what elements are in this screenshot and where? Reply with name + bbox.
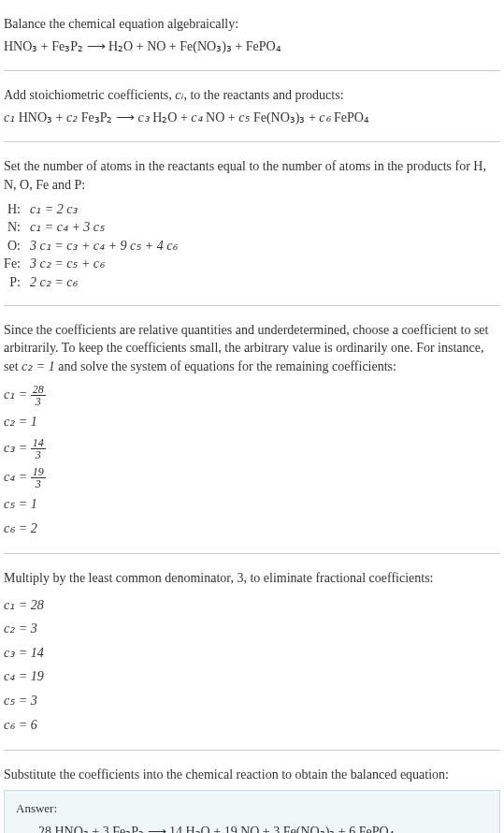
- intro-section: Balance the chemical equation algebraica…: [4, 7, 500, 63]
- divider: [4, 750, 500, 751]
- coef-c1: c₁: [4, 110, 15, 124]
- intro-equation: HNO₃ + Fe₃P₂ ⟶ H₂O + NO + Fe(NO₃)₃ + FeP…: [4, 36, 500, 58]
- coef-item: c₆ = 2: [4, 517, 500, 541]
- atom-row: Fe: 3 c₂ = c₅ + c₆: [4, 255, 178, 273]
- atom-label: N:: [4, 218, 30, 237]
- coef-c5: c₅: [238, 110, 250, 124]
- frac-den: 3: [31, 478, 46, 490]
- eq-part: H₂O +: [150, 110, 192, 124]
- coef-lhs: c₃ =: [4, 441, 31, 455]
- step1-text-b: , to the reactants and products:: [183, 88, 343, 102]
- coef-item: c₄ = 19: [4, 665, 500, 689]
- eq-part: HNO₃ +: [15, 110, 66, 124]
- atom-equation: c₁ = 2 c₃: [30, 200, 178, 219]
- fraction: 193: [31, 466, 46, 490]
- eq-part: FePO₄: [331, 110, 369, 124]
- atom-equation: 3 c₂ = c₅ + c₆: [30, 255, 178, 273]
- coef-lhs: c₁ =: [4, 387, 31, 402]
- atom-equation: c₁ = c₄ + 3 c₅: [30, 218, 178, 237]
- atom-equations-table: H: c₁ = 2 c₃ N: c₁ = c₄ + 3 c₅ O: 3 c₁ =…: [4, 200, 178, 292]
- eq-part: NO +: [203, 110, 239, 124]
- coef-c4: c₄: [191, 110, 202, 124]
- answer-label: Answer:: [16, 800, 488, 817]
- coef-item: c₂ = 1: [4, 410, 500, 434]
- eq-part: Fe₃P₂ ⟶: [78, 110, 137, 124]
- step2-text: Set the number of atoms in the reactants…: [4, 155, 500, 196]
- step1-section: Add stoichiometric coefficients, cᵢ, to …: [4, 79, 500, 134]
- fraction: 143: [31, 437, 46, 460]
- coef-list: c₁ = 28 c₂ = 3 c₃ = 14 c₄ = 19 c₅ = 3 c₆…: [4, 593, 500, 738]
- intro-text: Balance the chemical equation algebraica…: [4, 13, 500, 36]
- atom-equation: 3 c₁ = c₃ + c₄ + 9 c₅ + 4 c₆: [30, 237, 178, 256]
- step4-section: Multiply by the least common denominator…: [4, 562, 500, 742]
- coef-item: c₄ = 193: [4, 463, 500, 492]
- atom-row: N: c₁ = c₄ + 3 c₅: [4, 218, 178, 237]
- divider: [4, 553, 500, 554]
- atom-row: P: 2 c₂ = c₆: [4, 273, 178, 292]
- step3-section: Since the coefficients are relative quan…: [4, 314, 500, 547]
- frac-den: 3: [31, 449, 46, 460]
- fraction: 283: [31, 384, 46, 407]
- step5-text: Substitute the coefficients into the che…: [4, 764, 500, 786]
- answer-box: Answer: 28 HNO₃ + 3 Fe₃P₂ ⟶ 14 H₂O + 19 …: [4, 790, 500, 833]
- coef-item: c₃ = 14: [4, 641, 500, 665]
- frac-num: 14: [31, 437, 46, 449]
- frac-num: 19: [31, 466, 46, 478]
- coef-item: c₅ = 3: [4, 689, 500, 713]
- step3-text: Since the coefficients are relative quan…: [4, 319, 500, 378]
- coef-c2: c₂: [66, 110, 78, 124]
- coef-item: c₂ = 3: [4, 617, 500, 641]
- atom-row: H: c₁ = 2 c₃: [4, 200, 178, 219]
- step1-text-a: Add stoichiometric coefficients,: [4, 88, 175, 102]
- atom-label: Fe:: [4, 255, 30, 273]
- divider: [4, 141, 500, 142]
- atom-row: O: 3 c₁ = c₃ + c₄ + 9 c₅ + 4 c₆: [4, 237, 178, 256]
- eq-part: Fe(NO₃)₃ +: [250, 110, 319, 124]
- divider: [4, 305, 500, 306]
- coef-item: c₁ = 283: [4, 381, 500, 410]
- step3-text-b: and solve the system of equations for th…: [55, 359, 396, 373]
- step5-section: Substitute the coefficients into the che…: [4, 758, 500, 833]
- coef-item: c₃ = 143: [4, 434, 500, 463]
- step4-text: Multiply by the least common denominator…: [4, 567, 500, 590]
- coef-item: c₅ = 1: [4, 492, 500, 517]
- step1-equation: c₁ HNO₃ + c₂ Fe₃P₂ ⟶ c₃ H₂O + c₄ NO + c₅…: [4, 107, 500, 129]
- coef-item: c₆ = 6: [4, 713, 500, 738]
- step2-section: Set the number of atoms in the reactants…: [4, 150, 500, 297]
- atom-label: P:: [4, 273, 30, 292]
- step1-text: Add stoichiometric coefficients, cᵢ, to …: [4, 84, 500, 107]
- atom-label: O:: [4, 237, 30, 256]
- step3-c2eq: c₂ = 1: [22, 359, 55, 373]
- coef-item: c₁ = 28: [4, 593, 500, 618]
- atom-label: H:: [4, 200, 30, 219]
- divider: [4, 70, 500, 71]
- answer-equation: 28 HNO₃ + 3 Fe₃P₂ ⟶ 14 H₂O + 19 NO + 3 F…: [16, 823, 488, 833]
- coef-c3: c₃: [137, 110, 149, 124]
- coef-c6: c₆: [319, 110, 330, 124]
- frac-den: 3: [31, 396, 46, 407]
- atom-equation: 2 c₂ = c₆: [30, 273, 178, 292]
- coef-lhs: c₄ =: [4, 470, 31, 484]
- coef-list: c₁ = 283 c₂ = 1 c₃ = 143 c₄ = 193 c₅ = 1…: [4, 381, 500, 540]
